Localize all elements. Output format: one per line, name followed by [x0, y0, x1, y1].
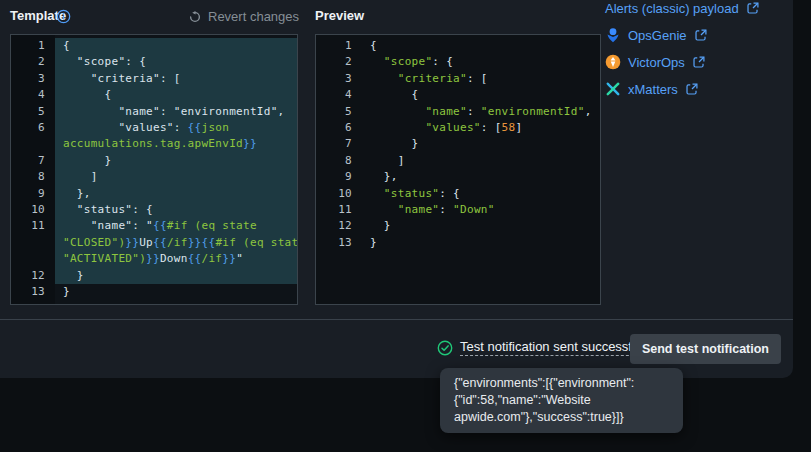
code-text: {	[55, 38, 297, 54]
code-text: "name": "{{#if (eq state	[55, 218, 297, 234]
code-text: },	[362, 169, 600, 185]
code-line: 7 }	[11, 153, 297, 169]
line-number: 5	[316, 104, 362, 120]
brand-icon	[605, 27, 621, 43]
code-line: 12 }	[11, 268, 297, 284]
code-text: {	[55, 87, 297, 103]
link-victorops[interactable]: VictorOps	[605, 53, 760, 71]
link-label[interactable]: Alerts (classic) payload	[605, 1, 739, 16]
link-label[interactable]: xMatters	[628, 82, 678, 97]
code-line: 4 {	[11, 87, 297, 103]
code-line: 2 "scope": {	[11, 54, 297, 70]
test-status-message[interactable]: Test notification sent successfully.	[460, 339, 654, 356]
page: Template Revert changes Preview 1{2 "sco…	[0, 0, 811, 452]
line-number: 7	[316, 136, 362, 152]
code-text: }	[55, 153, 297, 169]
code-text: {	[362, 38, 600, 54]
line-number: 8	[11, 169, 55, 185]
code-line: 3 "criteria": [	[316, 71, 600, 87]
link-xmatters[interactable]: xMatters	[605, 80, 760, 98]
code-text: "status": {	[55, 202, 297, 218]
code-line: 8 ]	[316, 153, 600, 169]
send-test-notification-button[interactable]: Send test notification	[630, 334, 781, 364]
line-number: 13	[316, 235, 362, 251]
line-number: 10	[11, 202, 55, 218]
brand-icon	[605, 54, 621, 70]
code-line: 3 "criteria": [	[11, 71, 297, 87]
link-opsgenie[interactable]: OpsGenie	[605, 26, 760, 44]
preview-label: Preview	[315, 8, 364, 23]
external-link-icon	[694, 28, 708, 42]
line-number: 11	[11, 218, 55, 234]
code-text: "scope": {	[55, 54, 297, 70]
documentation-links: Alerts (classic) payload OpsGenie	[605, 0, 760, 107]
line-number: 3	[11, 71, 55, 87]
test-response-tooltip: {"environments":[{"environment": {"id":5…	[440, 368, 683, 433]
line-number: 9	[11, 186, 55, 202]
code-line: 11 "name": "{{#if (eq state	[11, 218, 297, 234]
code-text: "criteria": [	[362, 71, 600, 87]
external-link-icon	[692, 55, 706, 69]
template-editor[interactable]: 1{2 "scope": {3 "criteria": [4 {5 "name"…	[10, 34, 298, 305]
code-line: 13}	[11, 284, 297, 300]
code-line: 5 "name": "environmentId",	[316, 104, 600, 120]
code-text: "name": "environmentId",	[55, 104, 297, 120]
code-line: 9 },	[316, 169, 600, 185]
code-text: }	[362, 235, 600, 251]
success-check-icon	[437, 340, 453, 356]
code-line: 5 "name": "environmentId",	[11, 104, 297, 120]
code-line: accumulations.tag.apwEnvId}}	[11, 136, 297, 152]
code-text: {	[362, 87, 600, 103]
code-line: 12 }	[316, 218, 600, 234]
code-text: "values": [58]	[362, 120, 600, 136]
revert-changes-label: Revert changes	[208, 9, 299, 24]
code-text: }	[362, 136, 600, 152]
line-number: 6	[11, 120, 55, 136]
code-line: 2 "scope": {	[316, 54, 600, 70]
revert-changes-button[interactable]: Revert changes	[188, 9, 299, 24]
code-line: 11 "name": "Down"	[316, 202, 600, 218]
code-line: 1{	[11, 38, 297, 54]
line-number: 2	[316, 54, 362, 70]
line-number: 10	[316, 186, 362, 202]
line-number: 9	[316, 169, 362, 185]
line-number: 4	[11, 87, 55, 103]
line-number	[11, 235, 55, 251]
line-number: 4	[316, 87, 362, 103]
link-alerts-classic-payload[interactable]: Alerts (classic) payload	[605, 0, 760, 17]
code-line: 10 "status": {	[11, 202, 297, 218]
code-line: 6 "values": {{json	[11, 120, 297, 136]
code-line: 8 ]	[11, 169, 297, 185]
preview-panel: 1{2 "scope": {3 "criteria": [4 {5 "name"…	[315, 34, 601, 305]
line-number: 8	[316, 153, 362, 169]
line-number: 13	[11, 284, 55, 300]
line-number: 2	[11, 54, 55, 70]
code-line: 9 },	[11, 186, 297, 202]
link-label[interactable]: VictorOps	[628, 55, 685, 70]
line-number	[11, 136, 55, 152]
code-text: "values": {{json	[55, 120, 297, 136]
code-text: "criteria": [	[55, 71, 297, 87]
line-number: 12	[316, 218, 362, 234]
external-link-icon	[746, 1, 760, 15]
footer-divider	[0, 319, 793, 320]
code-text: ]	[362, 153, 600, 169]
code-line: 13}	[316, 235, 600, 251]
code-text: }	[362, 218, 600, 234]
code-text: ]	[55, 169, 297, 185]
info-icon[interactable]	[56, 9, 71, 24]
code-text: "scope": {	[362, 54, 600, 70]
code-line: "ACTIVATED")}}Down{{/if}}"	[11, 251, 297, 267]
revert-icon	[188, 10, 202, 24]
code-text: "name": "Down"	[362, 202, 600, 218]
code-text: }	[55, 284, 297, 300]
code-text: "status": {	[362, 186, 600, 202]
line-number: 12	[11, 268, 55, 284]
line-number: 3	[316, 71, 362, 87]
link-label[interactable]: OpsGenie	[628, 28, 687, 43]
code-line: 1{	[316, 38, 600, 54]
line-number: 7	[11, 153, 55, 169]
code-line: 7 }	[316, 136, 600, 152]
code-line: 4 {	[316, 87, 600, 103]
code-text: }	[55, 268, 297, 284]
